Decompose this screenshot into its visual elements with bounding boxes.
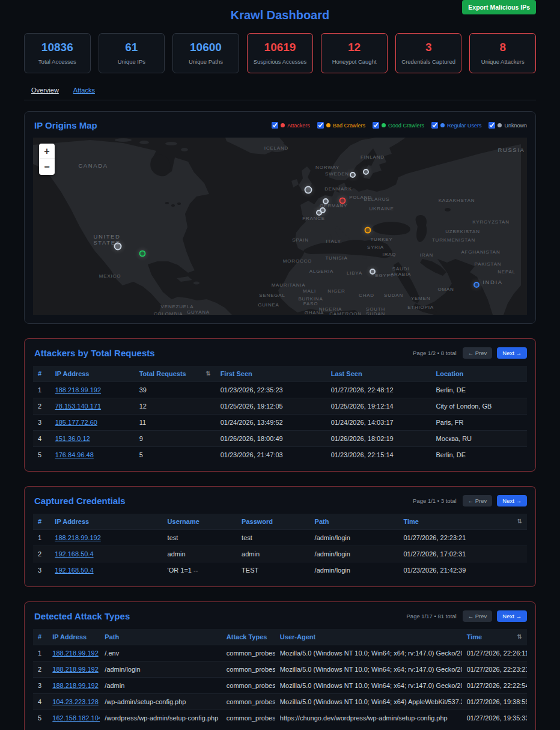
legend-checkbox[interactable]	[431, 122, 438, 129]
table-row: 3185.177.72.601101/24/2026, 13:49:5201/2…	[33, 415, 527, 431]
cell: common_probes	[222, 645, 275, 662]
map-country-label: CAMEROON	[329, 311, 362, 315]
credentials-table: #IP AddressUsernamePasswordPathTime⇅1188…	[33, 514, 527, 578]
zoom-control: + −	[39, 144, 55, 175]
ip-link[interactable]: 185.177.72.60	[55, 419, 97, 426]
map-country-label: ALGERIA	[309, 269, 333, 274]
column-header-total-requests[interactable]: Total Requests⇅	[135, 366, 216, 382]
column-header-location: Location	[431, 366, 527, 382]
map-country-label: ETHIOPIA	[407, 305, 434, 310]
stat-card-credentials-captured: 3Credentials Captured	[395, 33, 462, 73]
ip-link[interactable]: 188.218.99.192	[55, 386, 101, 394]
legend-checkbox[interactable]	[272, 122, 278, 129]
prev-button[interactable]: ← Prev	[463, 610, 493, 622]
cell: 188.218.99.192	[50, 382, 135, 398]
cell: 5	[33, 710, 47, 726]
legend-item-regular-users[interactable]: Regular Users	[431, 122, 482, 129]
map-country-label: SAUDI	[392, 266, 409, 272]
ip-link[interactable]: 78.153.140.171	[55, 403, 101, 410]
ip-link[interactable]: 162.158.182.104	[52, 714, 100, 722]
zoom-in-button[interactable]: +	[39, 144, 55, 159]
cell: 5	[33, 447, 50, 463]
cell: /admin/login	[310, 562, 399, 579]
map-marker-unknown[interactable]	[305, 186, 312, 194]
ip-link[interactable]: 188.218.99.192	[52, 682, 98, 689]
sort-icon[interactable]: ⇅	[205, 370, 210, 377]
ip-link[interactable]: 192.168.50.4	[55, 567, 93, 574]
map-marker-attacker[interactable]	[339, 198, 346, 204]
column-header-time[interactable]: Time⇅	[398, 514, 527, 530]
cell: 01/26/2026, 18:00:49	[216, 431, 326, 447]
column-header-attack-types: Attack Types	[222, 629, 275, 645]
next-button[interactable]: Next →	[497, 610, 527, 622]
cell: /admin/login	[310, 530, 399, 546]
column-header-: #	[33, 514, 50, 530]
map-country-label: ICELAND	[264, 145, 288, 151]
stat-value: 8	[472, 41, 533, 54]
map-marker-unknown[interactable]	[323, 198, 329, 204]
map-legend: AttackersBad CrawlersGood CrawlersRegula…	[272, 122, 527, 129]
map-marker-unknown[interactable]	[370, 269, 376, 275]
next-button[interactable]: Next →	[497, 347, 527, 359]
section-title: Captured Credentials	[34, 496, 126, 506]
legend-dot-icon	[326, 123, 330, 127]
map-marker-unknown[interactable]	[350, 172, 356, 178]
map-country-label: NORWAY	[315, 165, 339, 170]
cell: 3	[33, 415, 50, 431]
map-marker-unknown[interactable]	[320, 207, 326, 213]
sort-icon[interactable]: ⇅	[517, 518, 522, 525]
ip-link[interactable]: 188.218.99.192	[55, 534, 100, 541]
map-marker-bad[interactable]	[365, 227, 371, 234]
stat-label: Credentials Captured	[398, 58, 459, 65]
column-header-: #	[33, 629, 47, 645]
cell: common_probes	[222, 662, 275, 678]
legend-item-good-crawlers[interactable]: Good Crawlers	[373, 122, 424, 129]
column-header-username: Username	[163, 514, 237, 530]
column-header-ip-address: IP Address	[50, 514, 162, 530]
ip-link[interactable]: 176.84.96.48	[55, 451, 94, 458]
legend-item-attackers[interactable]: Attackers	[272, 122, 310, 129]
export-malicious-ips-button[interactable]: Export Malicious IPs	[462, 0, 536, 14]
map-marker-unknown[interactable]	[114, 243, 122, 251]
legend-item-bad-crawlers[interactable]: Bad Crawlers	[317, 122, 365, 129]
cell: 01/27/2026, 22:23:21	[462, 662, 527, 678]
column-header-time[interactable]: Time⇅	[462, 629, 527, 645]
map-country-label: TURKMENISTAN	[432, 237, 475, 243]
map-canvas[interactable]: + − CANADAUNITEDSTATESMEXICOICELANDNORWA…	[33, 138, 527, 315]
stat-card-honeypot-caught: 12Honeypot Caught	[321, 33, 388, 73]
stat-label: Unique Attackers	[472, 58, 533, 65]
ip-link[interactable]: 188.218.99.192	[52, 666, 98, 673]
table-row: 5162.158.182.104/wordpress/wp-admin/setu…	[33, 710, 527, 726]
legend-checkbox[interactable]	[373, 122, 379, 129]
legend-checkbox[interactable]	[488, 122, 495, 129]
legend-checkbox[interactable]	[317, 122, 324, 129]
tab-attacks[interactable]: Attacks	[73, 87, 95, 94]
stat-label: Unique IPs	[102, 58, 162, 65]
table-row: 4151.36.0.12901/26/2026, 18:00:4901/26/2…	[33, 431, 527, 447]
cell: test	[163, 530, 237, 546]
prev-button[interactable]: ← Prev	[463, 495, 493, 506]
cell: 9	[135, 431, 216, 447]
sort-icon[interactable]: ⇅	[517, 633, 522, 640]
pager-info: Page 1/17 • 81 total	[407, 613, 457, 619]
pager-info: Page 1/1 • 3 total	[413, 497, 457, 504]
ip-link[interactable]: 188.218.99.192	[52, 649, 98, 657]
cell: 01/27/2026, 19:35:33	[462, 710, 527, 726]
cell: 188.218.99.192	[50, 530, 162, 546]
legend-item-unknown[interactable]: Unknown	[488, 122, 527, 129]
zoom-out-button[interactable]: −	[39, 159, 55, 175]
prev-button[interactable]: ← Prev	[463, 347, 493, 359]
map-country-label: IRAQ	[383, 252, 397, 257]
next-button[interactable]: Next →	[497, 495, 527, 506]
legend-label: Good Crawlers	[388, 123, 424, 129]
map-country-label: MEXICO	[99, 273, 121, 279]
ip-link[interactable]: 192.168.50.4	[55, 550, 93, 558]
cell: 01/27/2026, 22:26:11	[462, 645, 527, 662]
map-marker-good[interactable]	[139, 251, 146, 257]
map-marker-regular[interactable]	[473, 282, 479, 288]
tab-overview[interactable]: Overview	[31, 87, 59, 94]
map-marker-unknown[interactable]	[363, 169, 369, 175]
ip-link[interactable]: 151.36.0.12	[55, 435, 90, 442]
ip-link[interactable]: 104.23.223.128	[52, 698, 98, 705]
table-row: 3188.218.99.192/admincommon_probesMozill…	[33, 678, 527, 694]
